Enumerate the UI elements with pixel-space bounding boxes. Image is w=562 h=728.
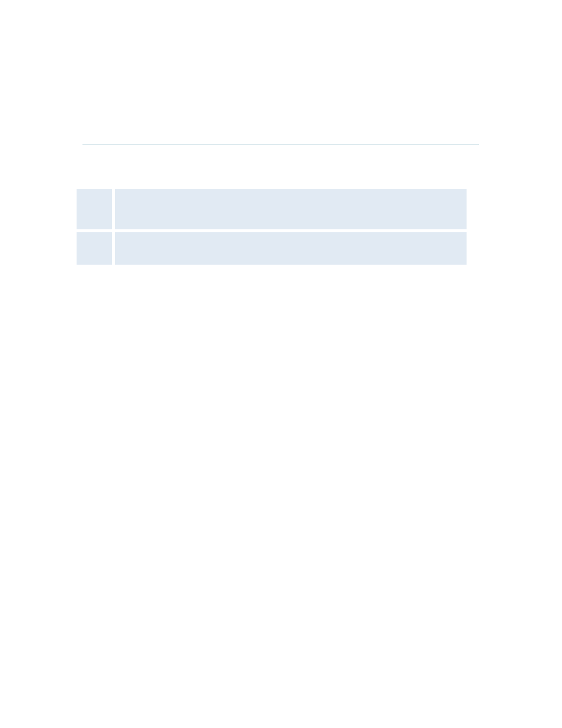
table-cell-label (77, 189, 112, 229)
table-cell-label (77, 232, 112, 265)
table-cell-value (115, 189, 467, 229)
horizontal-divider (82, 144, 479, 144)
table-row (77, 189, 467, 229)
table-cell-value (115, 232, 467, 265)
content-table (77, 189, 467, 265)
table-row (77, 232, 467, 265)
